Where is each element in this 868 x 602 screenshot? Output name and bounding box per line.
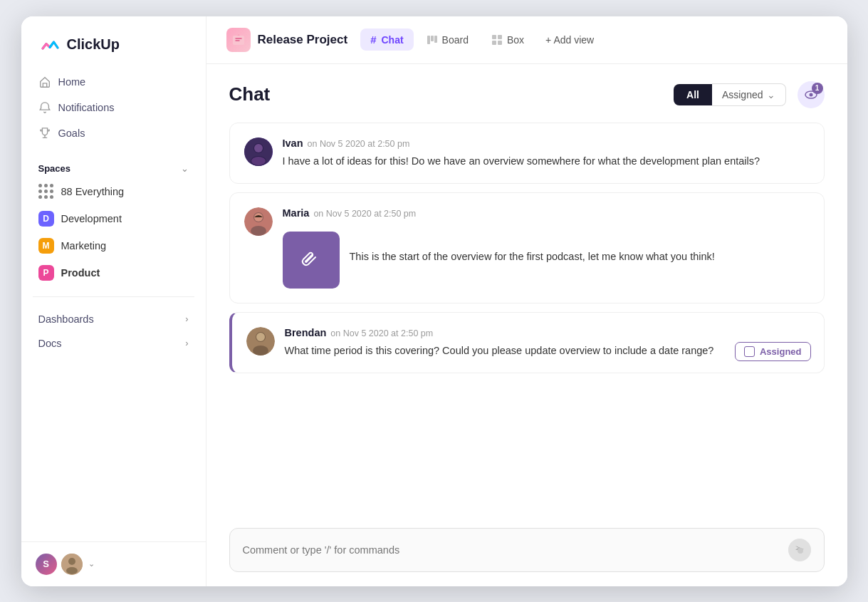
user-menu-chevron-icon[interactable]: ⌄ [88,559,95,569]
docs-label: Docs [38,338,62,349]
ivan-face-icon [244,137,273,166]
brendan-avatar [246,327,275,356]
svg-point-12 [809,93,812,96]
attachment-thumbnail[interactable] [283,232,340,289]
tab-box-label: Box [507,34,524,46]
home-label: Home [58,76,86,88]
sidebar-item-docs[interactable]: Docs › [21,331,206,356]
maria-author: Maria [283,207,310,219]
sidebar-item-marketing[interactable]: M Marketing [30,232,197,259]
development-label: Development [61,213,122,224]
maria-time: on Nov 5 2020 at 2:50 pm [313,209,416,219]
project-icon-svg [231,33,246,47]
svg-point-20 [251,226,266,236]
spaces-section: Spaces ⌄ 88 Everything D Development [21,159,206,286]
ivan-message-body: Ivan on Nov 5 2020 at 2:50 pm I have a l… [283,137,810,169]
sidebar-divider [33,296,194,297]
paperclip-icon [300,249,323,271]
spaces-chevron-icon: ⌄ [181,163,189,174]
logo-area: ClickUp [21,16,206,69]
sidebar-item-home[interactable]: Home [30,69,197,95]
filter-assigned-label: Assigned [722,89,763,100]
spaces-title: Spaces [38,163,71,174]
watch-badge: 1 [812,83,823,94]
ivan-text: I have a lot of ideas for this! Do we ha… [283,153,810,169]
tab-chat[interactable]: # Chat [360,28,413,51]
sidebar-item-product[interactable]: P Product [30,259,197,286]
message-card: Ivan on Nov 5 2020 at 2:50 pm I have a l… [229,123,825,184]
docs-chevron-icon: › [185,338,188,348]
user-face-icon [61,554,83,575]
brendan-text: What time period is this covering? Could… [285,343,810,358]
sidebar-item-goals[interactable]: Goals [30,120,197,146]
brendan-face-icon [246,327,275,356]
messages-list: Ivan on Nov 5 2020 at 2:50 pm I have a l… [229,123,825,517]
marketing-badge: M [38,238,54,254]
comment-input[interactable] [243,544,788,556]
spaces-header[interactable]: Spaces ⌄ [30,159,197,178]
user-avatar-s: S [36,554,57,575]
send-button[interactable] [788,539,811,561]
notifications-label: Notifications [58,102,115,113]
tab-box[interactable]: Box [481,29,534,51]
board-icon [427,34,438,46]
message-card: Brendan on Nov 5 2020 at 2:50 pm What ti… [229,312,825,373]
maria-avatar [244,207,273,236]
svg-rect-5 [431,36,434,41]
trophy-icon [38,127,51,140]
maria-attachment-row: This is the start of the overview for th… [283,224,810,289]
dashboards-label: Dashboards [38,313,94,325]
maria-face-icon [244,207,273,236]
svg-rect-9 [492,41,496,45]
svg-rect-4 [427,36,430,44]
bell-icon [38,101,51,114]
comment-bar [229,528,825,572]
main-content: Release Project # Chat Board [206,16,847,586]
svg-point-1 [68,558,75,565]
filter-assigned-button[interactable]: Assigned ⌄ [712,83,786,106]
brendan-message-body: Brendan on Nov 5 2020 at 2:50 pm What ti… [285,327,810,358]
assigned-checkbox-icon [744,346,755,357]
tab-board[interactable]: Board [417,29,479,51]
project-title: Release Project [258,33,348,47]
tab-board-label: Board [442,34,469,46]
development-badge: D [38,211,54,227]
user-avatar-img [61,554,83,575]
chat-title: Chat [229,83,271,105]
add-view-button[interactable]: + Add view [537,29,602,51]
clickup-logo-icon [38,33,61,56]
assigned-button[interactable]: Assigned [735,342,811,361]
sidebar-item-development[interactable]: D Development [30,205,197,232]
filter-chevron-icon: ⌄ [767,89,775,100]
tab-chat-label: Chat [381,34,403,46]
maria-attachment-text: This is the start of the overview for th… [350,249,715,264]
goals-label: Goals [58,128,85,139]
topbar-tabs: # Chat Board [360,28,602,51]
sidebar-item-notifications[interactable]: Notifications [30,95,197,120]
sidebar-nav: Home Notifications Goals [21,69,206,146]
svg-point-16 [254,144,263,152]
product-badge: P [38,265,54,281]
ivan-meta: Ivan on Nov 5 2020 at 2:50 pm [283,137,810,149]
assigned-label: Assigned [760,346,802,357]
svg-rect-7 [492,35,496,39]
sidebar-item-dashboards[interactable]: Dashboards › [21,307,206,331]
sidebar: ClickUp Home Notifications [21,16,206,586]
app-container: ClickUp Home Notifications [21,16,847,586]
marketing-label: Marketing [61,240,107,251]
chat-area: Chat All Assigned ⌄ 1 [206,64,847,586]
ivan-time: on Nov 5 2020 at 2:50 pm [308,139,410,149]
svg-point-25 [256,333,265,341]
svg-rect-8 [498,35,502,39]
svg-point-26 [798,548,803,554]
filter-all-button[interactable]: All [674,84,712,105]
brendan-author: Brendan [285,327,327,338]
brendan-meta: Brendan on Nov 5 2020 at 2:50 pm [285,327,810,338]
brendan-time: on Nov 5 2020 at 2:50 pm [330,328,433,338]
box-icon [491,34,503,46]
svg-point-24 [253,346,268,356]
sidebar-item-everything[interactable]: 88 Everything [30,178,197,205]
product-label: Product [61,267,100,279]
watch-button[interactable]: 1 [798,81,825,108]
chat-header: Chat All Assigned ⌄ 1 [229,81,825,108]
